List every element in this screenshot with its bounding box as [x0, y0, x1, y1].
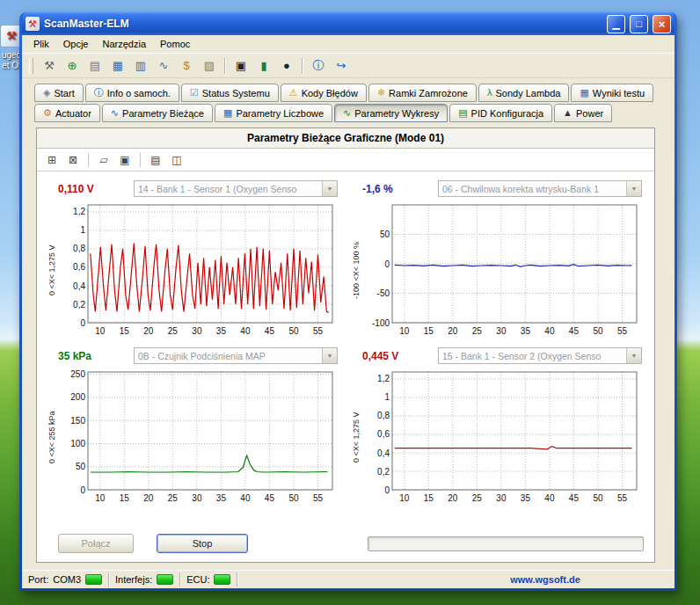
- tab-label: Status Systemu: [202, 88, 270, 98]
- tab-label: Start: [54, 88, 74, 98]
- chart-icon[interactable]: ∿: [153, 55, 174, 77]
- svg-text:45: 45: [265, 493, 275, 503]
- menu-plik[interactable]: Plik: [27, 37, 55, 51]
- website-link[interactable]: www.wgsoft.de: [510, 574, 580, 585]
- charts-grid: 0,110 V14 - Bank 1 - Sensor 1 (Oxygen Se…: [37, 171, 654, 528]
- grid-alt-icon[interactable]: ▥: [130, 55, 151, 77]
- svg-text:150: 150: [70, 416, 85, 426]
- svg-text:0,8: 0,8: [377, 411, 390, 420]
- app-icon[interactable]: ⚒: [26, 17, 40, 31]
- svg-text:45: 45: [569, 493, 580, 503]
- parametry-wykresy-tab-icon: ∿: [343, 108, 351, 118]
- svg-text:0: 0: [384, 259, 390, 269]
- maximize-button[interactable]: □: [630, 15, 648, 33]
- svg-text:20: 20: [448, 493, 458, 503]
- open-icon[interactable]: ▱: [94, 150, 113, 170]
- desktop: ⚒ ugeo et Of ⚒ ScanMaster-ELM ▁ □ × Plik…: [0, 0, 700, 605]
- exit-icon[interactable]: ↪: [331, 55, 352, 77]
- tab-actuator[interactable]: ⚙Actuator: [34, 104, 100, 122]
- svg-text:0,6: 0,6: [73, 262, 85, 272]
- tab-label: Parametry Liczbowe: [236, 108, 324, 119]
- svg-text:-50: -50: [377, 288, 390, 298]
- close-button[interactable]: ×: [653, 15, 671, 33]
- svg-text:55: 55: [313, 493, 324, 503]
- tab-label: Parametry Bieżące: [122, 108, 204, 119]
- interface-label: Interfejs:: [115, 574, 152, 585]
- tab-parametry-wykresy[interactable]: ∿Parametry Wykresy: [334, 104, 448, 122]
- pid-select[interactable]: 15 - Bank 1 - Sensor 2 (Oxygen Senso▼: [438, 347, 642, 364]
- svg-text:20: 20: [143, 493, 154, 503]
- tab-parametry-liczbowe[interactable]: ▦Parametry Liczbowe: [215, 104, 332, 122]
- panel-footer: Połącz Stop: [37, 528, 654, 562]
- start-tab-icon: ◈: [43, 88, 50, 98]
- tab-label: Ramki Zamrożone: [389, 88, 468, 98]
- tab-label: Actuator: [55, 108, 91, 119]
- status-interface-cell: Interfejs:: [109, 572, 180, 587]
- chevron-down-icon: ▼: [626, 348, 641, 363]
- print-icon[interactable]: ▤: [146, 150, 165, 170]
- tab-status-systemu[interactable]: ☑Status Systemu: [181, 84, 279, 102]
- info-icon[interactable]: ⓘ: [308, 55, 329, 77]
- grid-icon[interactable]: ▦: [107, 55, 128, 77]
- pid-select[interactable]: 14 - Bank 1 - Sensor 1 (Oxygen Senso▼: [134, 180, 338, 197]
- tab-start[interactable]: ◈Start: [34, 84, 84, 102]
- report-icon[interactable]: ▤: [84, 55, 106, 77]
- remove-graph-icon[interactable]: ⊠: [63, 150, 83, 170]
- connect-icon[interactable]: ⚒: [39, 55, 60, 77]
- status-ecu-cell: ECU:: [180, 572, 237, 587]
- svg-text:10: 10: [95, 493, 106, 503]
- svg-text:40: 40: [544, 493, 555, 503]
- svg-text:55: 55: [617, 326, 628, 336]
- svg-text:40: 40: [240, 326, 251, 336]
- port-led-icon: [85, 574, 102, 585]
- menu-pomoc[interactable]: Pomoc: [154, 37, 196, 51]
- pid-select-value: 06 - Chwilowa korekta wtrysku-Bank 1: [439, 184, 626, 194]
- web-icon[interactable]: ⊕: [62, 55, 83, 77]
- pid-select[interactable]: 0B - Czujnik Podciśnienia MAP▼: [134, 347, 338, 364]
- menu-narz-dzia[interactable]: Narzędzia: [96, 37, 152, 51]
- svg-text:25: 25: [168, 493, 179, 503]
- tab-kody-b-d-w[interactable]: ⚠Kody Błędów: [281, 84, 367, 102]
- svg-text:0: 0: [80, 318, 85, 328]
- pid-select[interactable]: 06 - Chwilowa korekta wtrysku-Bank 1▼: [438, 180, 642, 197]
- tab-row-1: ◈StartⓘInfo o samoch.☑Status Systemu⚠Kod…: [34, 84, 674, 102]
- y-axis-label: -100 <X< 100 %: [350, 200, 362, 340]
- terminal-icon[interactable]: ▣: [230, 55, 252, 77]
- svg-text:15: 15: [424, 326, 434, 336]
- svg-text:15: 15: [120, 326, 130, 336]
- tab-label: Power: [576, 108, 603, 119]
- tab-power[interactable]: ▲Power: [554, 104, 612, 122]
- stop-button[interactable]: Stop: [157, 534, 248, 553]
- svg-text:1,2: 1,2: [73, 207, 85, 216]
- tab-parametry-bie-ce[interactable]: ∿Parametry Bieżące: [102, 104, 213, 122]
- svg-text:45: 45: [265, 326, 275, 336]
- chevron-down-icon: ▼: [626, 181, 641, 196]
- svg-text:55: 55: [313, 326, 324, 336]
- save-icon[interactable]: ▣: [115, 150, 135, 170]
- svg-text:0,6: 0,6: [377, 429, 390, 439]
- svg-text:50: 50: [76, 462, 86, 471]
- tab-sondy-lambda[interactable]: λSondy Lambda: [478, 84, 570, 102]
- svg-text:50: 50: [288, 326, 299, 336]
- tab-label: Wyniki testu: [593, 88, 645, 98]
- tab-info-o-samoch[interactable]: ⓘInfo o samoch.: [85, 84, 179, 102]
- connect-button[interactable]: Połącz: [58, 534, 134, 553]
- print-preview-icon[interactable]: ◫: [167, 150, 186, 170]
- info-o-samoch-tab-icon: ⓘ: [94, 88, 104, 98]
- disc-icon[interactable]: ●: [276, 55, 297, 77]
- clipboard-icon[interactable]: ▧: [199, 55, 220, 77]
- tab-pid-konfiguracja[interactable]: ▤PID Konfiguracja: [449, 104, 552, 122]
- menu-bar: PlikOpcjeNarzędziaPomoc: [22, 35, 674, 53]
- menu-opcje[interactable]: Opcje: [57, 37, 95, 51]
- toolbar-grip-icon: [29, 58, 33, 74]
- minimize-button[interactable]: ▁: [607, 15, 625, 33]
- add-graph-icon[interactable]: ⊞: [42, 150, 62, 170]
- app-window: ⚒ ScanMaster-ELM ▁ □ × PlikOpcjeNarzędzi…: [19, 12, 677, 591]
- tab-ramki-zamro-one[interactable]: ❄Ramki Zamrożone: [368, 84, 477, 102]
- money-icon[interactable]: $: [176, 55, 197, 77]
- tab-wyniki-testu[interactable]: ▦Wyniki testu: [571, 84, 653, 102]
- tab-control: ◈StartⓘInfo o samoch.☑Status Systemu⚠Kod…: [22, 78, 674, 124]
- chart-panel-3: 0,445 V15 - Bank 1 - Sensor 2 (Oxygen Se…: [350, 346, 644, 507]
- svg-text:50: 50: [593, 493, 603, 503]
- battery-icon[interactable]: ▮: [253, 55, 274, 77]
